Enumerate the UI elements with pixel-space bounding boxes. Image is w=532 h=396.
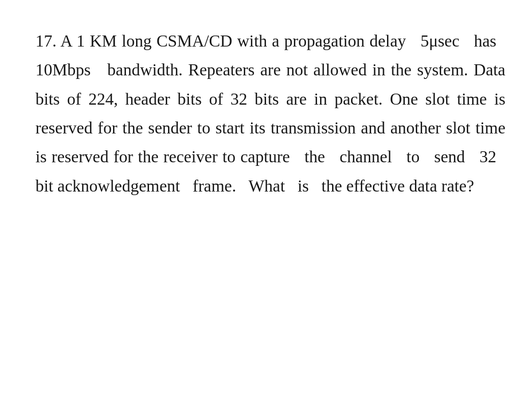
question-number: 17.: [35, 31, 57, 50]
question-body: A 1 KM long CSMA/CD with a propagation d…: [35, 31, 505, 195]
page-container: 17. A 1 KM long CSMA/CD with a propagati…: [0, 0, 532, 396]
question-block: 17. A 1 KM long CSMA/CD with a propagati…: [35, 27, 505, 200]
question-text: 17. A 1 KM long CSMA/CD with a propagati…: [35, 27, 505, 200]
